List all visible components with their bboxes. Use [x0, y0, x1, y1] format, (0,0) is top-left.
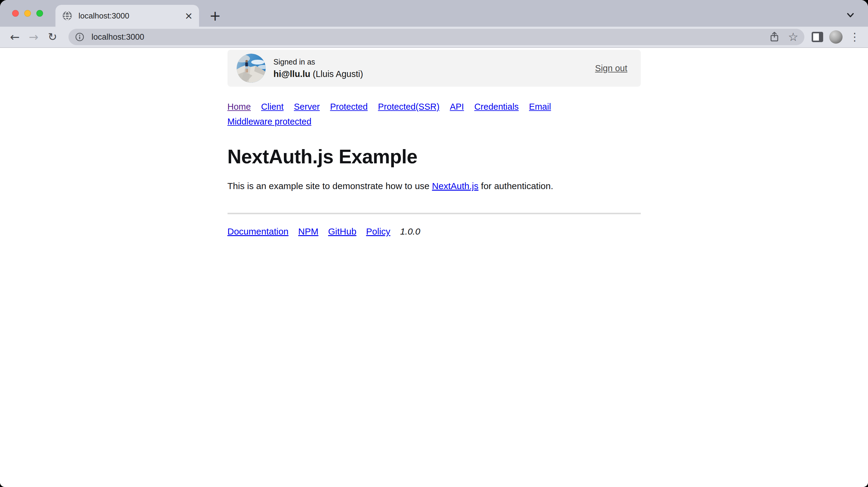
- close-tab-icon[interactable]: ×: [183, 10, 195, 22]
- footer-link-policy[interactable]: Policy: [366, 226, 390, 237]
- url-text[interactable]: localhost:3000: [92, 32, 769, 42]
- signed-in-text: Signed in as hi@llu.lu (Lluis Agusti): [274, 58, 363, 79]
- user-avatar: [237, 54, 266, 83]
- version-label: 1.0.0: [400, 226, 420, 237]
- globe-favicon-icon: [63, 11, 72, 20]
- side-panel-icon[interactable]: [812, 32, 823, 42]
- site-nav: HomeClientServerProtectedProtected(SSR)A…: [227, 99, 641, 129]
- signed-in-status: Signed in as hi@llu.lu (Lluis Agusti) Si…: [227, 50, 641, 87]
- nav-link-protected-ssr[interactable]: Protected(SSR): [378, 99, 440, 114]
- page-title: NextAuth.js Example: [227, 146, 641, 168]
- page-description: This is an example site to demonstrate h…: [227, 179, 641, 193]
- browser-profile-avatar[interactable]: [829, 30, 842, 43]
- nav-link-home[interactable]: Home: [227, 99, 251, 114]
- browser-tab[interactable]: localhost:3000 ×: [56, 5, 199, 27]
- minimize-window-button[interactable]: [24, 10, 31, 17]
- bookmark-star-icon[interactable]: ☆: [788, 31, 798, 43]
- browser-menu-icon[interactable]: ⋮: [848, 30, 861, 43]
- user-name: (Lluis Agusti): [310, 69, 363, 79]
- reload-button[interactable]: ↻: [45, 30, 59, 44]
- footer-link-documentation[interactable]: Documentation: [227, 226, 289, 237]
- content-container: Signed in as hi@llu.lu (Lluis Agusti) Si…: [227, 50, 641, 237]
- webpage: Signed in as hi@llu.lu (Lluis Agusti) Si…: [0, 48, 868, 486]
- tab-title: localhost:3000: [79, 11, 183, 21]
- toolbar-right: ⋮: [812, 30, 861, 43]
- nav-link-credentials[interactable]: Credentials: [474, 99, 519, 114]
- nav-link-server[interactable]: Server: [294, 99, 320, 114]
- back-button[interactable]: ←: [8, 30, 22, 44]
- nav-link-client[interactable]: Client: [261, 99, 284, 114]
- footer-link-github[interactable]: GitHub: [328, 226, 356, 237]
- nav-link-protected[interactable]: Protected: [330, 99, 368, 114]
- tab-strip: localhost:3000 × +: [0, 0, 868, 27]
- user-email: hi@llu.lu: [274, 69, 311, 79]
- window-controls: [12, 10, 43, 17]
- new-tab-button[interactable]: +: [207, 8, 223, 24]
- description-suffix: for authentication.: [478, 181, 553, 191]
- page-footer: DocumentationNPMGitHubPolicy1.0.0: [227, 226, 641, 237]
- nav-link-api[interactable]: API: [450, 99, 464, 114]
- footer-divider: [227, 213, 641, 214]
- share-icon[interactable]: [769, 32, 779, 42]
- tab-search-chevron-icon[interactable]: [843, 8, 858, 23]
- sign-out-button[interactable]: Sign out: [595, 63, 627, 73]
- zoom-window-button[interactable]: [36, 10, 43, 17]
- description-prefix: This is an example site to demonstrate h…: [227, 181, 432, 191]
- forward-button: →: [27, 30, 40, 44]
- signed-in-identity: hi@llu.lu (Lluis Agusti): [274, 69, 363, 79]
- footer-link-npm[interactable]: NPM: [298, 226, 318, 237]
- omnibox-actions: ☆: [769, 31, 798, 43]
- signed-in-label: Signed in as: [274, 58, 363, 66]
- site-info-icon[interactable]: [75, 32, 84, 41]
- address-bar[interactable]: localhost:3000 ☆: [68, 29, 804, 45]
- nav-link-email[interactable]: Email: [529, 99, 551, 114]
- browser-toolbar: ← → ↻ localhost:3000 ☆ ⋮: [0, 27, 868, 48]
- nav-link-middleware-protected[interactable]: Middleware protected: [227, 114, 311, 129]
- browser-window: localhost:3000 × + ← → ↻ localhost:3000: [0, 0, 868, 487]
- close-window-button[interactable]: [12, 10, 19, 17]
- nextauth-link[interactable]: NextAuth.js: [432, 181, 478, 191]
